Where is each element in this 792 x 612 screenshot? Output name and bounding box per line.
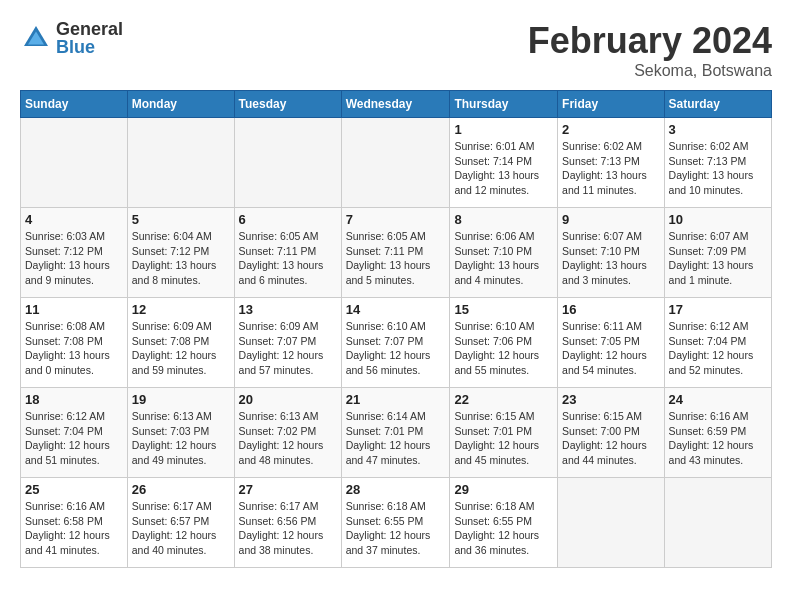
day-cell: 14Sunrise: 6:10 AMSunset: 7:07 PMDayligh… [341,298,450,388]
day-cell: 21Sunrise: 6:14 AMSunset: 7:01 PMDayligh… [341,388,450,478]
day-info: Sunrise: 6:04 AMSunset: 7:12 PMDaylight:… [132,229,230,288]
day-number: 14 [346,302,446,317]
day-number: 17 [669,302,767,317]
day-number: 20 [239,392,337,407]
day-number: 12 [132,302,230,317]
day-number: 15 [454,302,553,317]
day-cell: 10Sunrise: 6:07 AMSunset: 7:09 PMDayligh… [664,208,771,298]
day-cell: 16Sunrise: 6:11 AMSunset: 7:05 PMDayligh… [558,298,664,388]
day-info: Sunrise: 6:15 AMSunset: 7:01 PMDaylight:… [454,409,553,468]
header-cell-friday: Friday [558,91,664,118]
day-cell: 25Sunrise: 6:16 AMSunset: 6:58 PMDayligh… [21,478,128,568]
day-number: 24 [669,392,767,407]
logo: General Blue [20,20,123,56]
week-row-5: 25Sunrise: 6:16 AMSunset: 6:58 PMDayligh… [21,478,772,568]
page-title: February 2024 [528,20,772,62]
day-cell: 26Sunrise: 6:17 AMSunset: 6:57 PMDayligh… [127,478,234,568]
header-cell-tuesday: Tuesday [234,91,341,118]
day-number: 5 [132,212,230,227]
day-number: 16 [562,302,659,317]
day-cell: 6Sunrise: 6:05 AMSunset: 7:11 PMDaylight… [234,208,341,298]
week-row-1: 1Sunrise: 6:01 AMSunset: 7:14 PMDaylight… [21,118,772,208]
day-number: 3 [669,122,767,137]
day-cell: 22Sunrise: 6:15 AMSunset: 7:01 PMDayligh… [450,388,558,478]
header-cell-saturday: Saturday [664,91,771,118]
day-info: Sunrise: 6:06 AMSunset: 7:10 PMDaylight:… [454,229,553,288]
day-info: Sunrise: 6:05 AMSunset: 7:11 PMDaylight:… [346,229,446,288]
logo-icon [20,22,52,54]
day-info: Sunrise: 6:17 AMSunset: 6:56 PMDaylight:… [239,499,337,558]
day-cell: 5Sunrise: 6:04 AMSunset: 7:12 PMDaylight… [127,208,234,298]
day-number: 4 [25,212,123,227]
week-row-2: 4Sunrise: 6:03 AMSunset: 7:12 PMDaylight… [21,208,772,298]
day-number: 23 [562,392,659,407]
day-cell: 3Sunrise: 6:02 AMSunset: 7:13 PMDaylight… [664,118,771,208]
week-row-4: 18Sunrise: 6:12 AMSunset: 7:04 PMDayligh… [21,388,772,478]
day-info: Sunrise: 6:16 AMSunset: 6:58 PMDaylight:… [25,499,123,558]
title-block: February 2024 Sekoma, Botswana [528,20,772,80]
page-subtitle: Sekoma, Botswana [528,62,772,80]
logo-blue-text: Blue [56,38,123,56]
day-info: Sunrise: 6:03 AMSunset: 7:12 PMDaylight:… [25,229,123,288]
logo-general-text: General [56,20,123,38]
calendar-table: SundayMondayTuesdayWednesdayThursdayFrid… [20,90,772,568]
day-cell [558,478,664,568]
day-number: 6 [239,212,337,227]
day-cell: 11Sunrise: 6:08 AMSunset: 7:08 PMDayligh… [21,298,128,388]
day-info: Sunrise: 6:18 AMSunset: 6:55 PMDaylight:… [346,499,446,558]
day-cell [341,118,450,208]
day-cell: 8Sunrise: 6:06 AMSunset: 7:10 PMDaylight… [450,208,558,298]
day-cell [127,118,234,208]
day-cell: 15Sunrise: 6:10 AMSunset: 7:06 PMDayligh… [450,298,558,388]
header-cell-thursday: Thursday [450,91,558,118]
day-cell: 23Sunrise: 6:15 AMSunset: 7:00 PMDayligh… [558,388,664,478]
day-info: Sunrise: 6:09 AMSunset: 7:07 PMDaylight:… [239,319,337,378]
day-cell: 7Sunrise: 6:05 AMSunset: 7:11 PMDaylight… [341,208,450,298]
day-info: Sunrise: 6:14 AMSunset: 7:01 PMDaylight:… [346,409,446,468]
day-info: Sunrise: 6:10 AMSunset: 7:06 PMDaylight:… [454,319,553,378]
header-cell-monday: Monday [127,91,234,118]
day-cell: 12Sunrise: 6:09 AMSunset: 7:08 PMDayligh… [127,298,234,388]
day-number: 22 [454,392,553,407]
header-cell-wednesday: Wednesday [341,91,450,118]
day-info: Sunrise: 6:10 AMSunset: 7:07 PMDaylight:… [346,319,446,378]
day-number: 29 [454,482,553,497]
header-cell-sunday: Sunday [21,91,128,118]
day-number: 19 [132,392,230,407]
day-cell [234,118,341,208]
day-cell: 1Sunrise: 6:01 AMSunset: 7:14 PMDaylight… [450,118,558,208]
day-number: 26 [132,482,230,497]
day-info: Sunrise: 6:02 AMSunset: 7:13 PMDaylight:… [562,139,659,198]
page-header: General Blue February 2024 Sekoma, Botsw… [20,20,772,80]
day-cell: 18Sunrise: 6:12 AMSunset: 7:04 PMDayligh… [21,388,128,478]
day-info: Sunrise: 6:07 AMSunset: 7:10 PMDaylight:… [562,229,659,288]
day-cell: 17Sunrise: 6:12 AMSunset: 7:04 PMDayligh… [664,298,771,388]
day-number: 18 [25,392,123,407]
day-number: 25 [25,482,123,497]
week-row-3: 11Sunrise: 6:08 AMSunset: 7:08 PMDayligh… [21,298,772,388]
header-row: SundayMondayTuesdayWednesdayThursdayFrid… [21,91,772,118]
day-cell: 13Sunrise: 6:09 AMSunset: 7:07 PMDayligh… [234,298,341,388]
day-cell: 28Sunrise: 6:18 AMSunset: 6:55 PMDayligh… [341,478,450,568]
day-info: Sunrise: 6:08 AMSunset: 7:08 PMDaylight:… [25,319,123,378]
day-number: 8 [454,212,553,227]
day-number: 9 [562,212,659,227]
day-info: Sunrise: 6:12 AMSunset: 7:04 PMDaylight:… [25,409,123,468]
day-info: Sunrise: 6:13 AMSunset: 7:02 PMDaylight:… [239,409,337,468]
day-number: 13 [239,302,337,317]
day-number: 28 [346,482,446,497]
day-number: 10 [669,212,767,227]
day-info: Sunrise: 6:18 AMSunset: 6:55 PMDaylight:… [454,499,553,558]
day-cell: 2Sunrise: 6:02 AMSunset: 7:13 PMDaylight… [558,118,664,208]
day-number: 11 [25,302,123,317]
day-info: Sunrise: 6:01 AMSunset: 7:14 PMDaylight:… [454,139,553,198]
day-info: Sunrise: 6:02 AMSunset: 7:13 PMDaylight:… [669,139,767,198]
day-cell: 29Sunrise: 6:18 AMSunset: 6:55 PMDayligh… [450,478,558,568]
day-cell: 9Sunrise: 6:07 AMSunset: 7:10 PMDaylight… [558,208,664,298]
day-info: Sunrise: 6:09 AMSunset: 7:08 PMDaylight:… [132,319,230,378]
day-info: Sunrise: 6:11 AMSunset: 7:05 PMDaylight:… [562,319,659,378]
day-number: 2 [562,122,659,137]
day-number: 1 [454,122,553,137]
day-number: 27 [239,482,337,497]
day-cell: 19Sunrise: 6:13 AMSunset: 7:03 PMDayligh… [127,388,234,478]
